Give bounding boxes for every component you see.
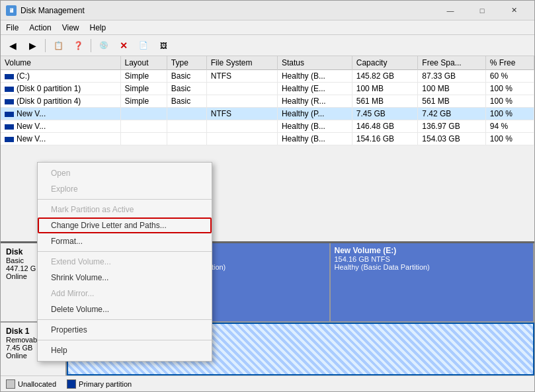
context-menu-item[interactable]: Shrink Volume... <box>38 270 212 286</box>
context-menu: OpenExploreMark Partition as ActiveChang… <box>37 162 212 362</box>
cell-freespace: 136.97 GB <box>418 120 485 133</box>
cell-fs <box>206 133 277 145</box>
menu-bar: File Action View Help <box>1 20 534 35</box>
forward-button[interactable]: ▶ <box>23 37 42 54</box>
cell-status: Healthy (B... <box>277 133 352 145</box>
title-bar-left: 🖥 Disk Management <box>6 5 85 16</box>
cell-pctfree: 100 % <box>485 95 534 108</box>
cell-capacity: 145.82 GB <box>352 70 418 83</box>
col-layout[interactable]: Layout <box>120 56 167 70</box>
context-menu-item[interactable]: Help <box>38 342 212 358</box>
cell-status: Healthy (B... <box>277 70 352 83</box>
e-partition-size: 154.16 GB NTFS <box>335 255 530 263</box>
toolbar: ◀ ▶ 📋 ❓ 💿 ✕ 📄 🖼 <box>1 35 534 56</box>
main-window: 🖥 Disk Management — □ ✕ File Action View… <box>0 0 535 392</box>
content-area: Volume Layout Type File System Status Ca… <box>1 56 534 391</box>
col-pctfree[interactable]: % Free <box>485 56 534 70</box>
context-menu-item[interactable]: Properties <box>38 322 212 338</box>
col-freespace[interactable]: Free Spa... <box>418 56 485 70</box>
table-row[interactable]: (Disk 0 partition 4) Simple Basic Health… <box>1 95 534 108</box>
cell-fs: NTFS <box>206 108 277 120</box>
context-menu-item: Extend Volume... <box>38 254 212 270</box>
cell-type <box>167 108 206 120</box>
minimize-button[interactable]: — <box>435 4 466 17</box>
cell-freespace: 154.03 GB <box>418 133 485 145</box>
back-button[interactable]: ◀ <box>3 37 22 54</box>
cell-capacity: 561 MB <box>352 95 418 108</box>
table-row[interactable]: (Disk 0 partition 1) Simple Basic Health… <box>1 83 534 95</box>
cell-type: Basic <box>167 95 206 108</box>
help-toolbar-button[interactable]: ❓ <box>69 37 87 54</box>
legend-bar: Unallocated Primary partition <box>1 375 534 391</box>
e-partition-info: Healthy (Basic Data Partition) <box>335 263 530 271</box>
cell-layout <box>120 133 167 145</box>
table-row[interactable]: New V... Healthy (B... 154.16 GB 154.03 … <box>1 133 534 145</box>
tb-sep1 <box>45 39 46 52</box>
menu-file[interactable]: File <box>1 20 24 34</box>
cell-freespace: 100 MB <box>418 83 485 95</box>
cell-status: Healthy (B... <box>277 120 352 133</box>
legend-primary-box <box>67 379 76 389</box>
context-menu-separator <box>38 340 212 340</box>
context-menu-item[interactable]: Format... <box>38 233 212 249</box>
context-menu-item: Add Mirror... <box>38 286 212 301</box>
cell-pctfree: 60 % <box>485 70 534 83</box>
cell-pctfree: 100 % <box>485 133 534 145</box>
disk-button[interactable]: 💿 <box>95 37 113 54</box>
cell-volume: (Disk 0 partition 4) <box>1 95 120 108</box>
menu-view[interactable]: View <box>57 20 85 34</box>
cell-capacity: 7.45 GB <box>352 108 418 120</box>
close-button[interactable]: ✕ <box>499 4 529 17</box>
cell-volume: New V... <box>1 120 120 133</box>
cell-volume: (C:) <box>1 70 120 83</box>
menu-help[interactable]: Help <box>85 20 112 34</box>
col-status[interactable]: Status <box>277 56 352 70</box>
cell-pctfree: 94 % <box>485 120 534 133</box>
cell-layout: Simple <box>120 70 167 83</box>
table-row[interactable]: New V... Healthy (B... 146.48 GB 136.97 … <box>1 120 534 133</box>
cell-fs <box>206 120 277 133</box>
context-menu-separator <box>38 319 212 320</box>
cell-volume: New V... <box>1 108 120 120</box>
legend-unallocated-label: Unallocated <box>18 380 56 388</box>
legend-primary: Primary partition <box>67 379 132 389</box>
volume-table: Volume Layout Type File System Status Ca… <box>1 56 534 145</box>
cell-status: Healthy (E... <box>277 83 352 95</box>
title-bar: 🖥 Disk Management — □ ✕ <box>1 1 534 20</box>
maximize-button[interactable]: □ <box>467 4 497 17</box>
col-type[interactable]: Type <box>167 56 206 70</box>
cell-status: Healthy (P... <box>277 108 352 120</box>
legend-primary-label: Primary partition <box>79 380 132 388</box>
col-filesystem[interactable]: File System <box>206 56 277 70</box>
cell-layout: Simple <box>120 83 167 95</box>
menu-action[interactable]: Action <box>24 20 56 34</box>
e-partition-name: New Volume (E:) <box>335 246 530 255</box>
cell-volume: (Disk 0 partition 1) <box>1 83 120 95</box>
cell-capacity: 146.48 GB <box>352 120 418 133</box>
window-title: Disk Management <box>21 6 85 15</box>
cell-volume: New V... <box>1 133 120 145</box>
col-capacity[interactable]: Capacity <box>352 56 418 70</box>
context-menu-item[interactable]: Change Drive Letter and Paths... <box>38 217 212 233</box>
context-menu-separator <box>38 251 212 252</box>
new-button[interactable]: 📄 <box>134 37 153 54</box>
delete-button[interactable]: ✕ <box>114 37 133 54</box>
cell-fs: NTFS <box>206 70 277 83</box>
cell-type: Basic <box>167 70 206 83</box>
properties-button[interactable]: 📋 <box>49 37 67 54</box>
table-row[interactable]: New V... NTFS Healthy (P... 7.45 GB 7.42… <box>1 108 534 120</box>
table-row[interactable]: (C:) Simple Basic NTFS Healthy (B... 145… <box>1 70 534 83</box>
cell-freespace: 561 MB <box>418 95 485 108</box>
cell-type <box>167 133 206 145</box>
col-volume[interactable]: Volume <box>1 56 120 70</box>
cell-layout: Simple <box>120 95 167 108</box>
cell-layout <box>120 108 167 120</box>
tb-sep2 <box>91 39 91 52</box>
disk0-e-partition[interactable]: New Volume (E:) 154.16 GB NTFS Healthy (… <box>331 243 535 321</box>
cell-freespace: 87.33 GB <box>418 70 485 83</box>
context-menu-item[interactable]: Delete Volume... <box>38 301 212 317</box>
cell-capacity: 154.16 GB <box>352 133 418 145</box>
view-button[interactable]: 🖼 <box>154 37 173 54</box>
context-menu-item: Explore <box>38 181 212 197</box>
cell-layout <box>120 120 167 133</box>
